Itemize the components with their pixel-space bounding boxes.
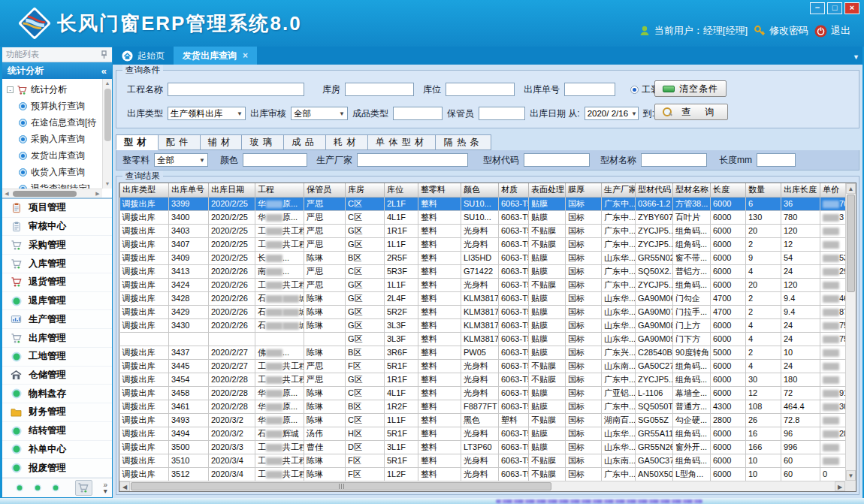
tree-item-预算执行查询[interactable]: 预算执行查询 [7,98,101,114]
table-row[interactable]: 调拨出库34302020/2/26石城陈琳G区3L3F整料KLM38176063… [120,318,846,332]
sidebar-item-报废管理[interactable]: 报废管理 [2,459,112,478]
column-header-表面处理[interactable]: 表面处理 [529,183,566,197]
column-header-型材名称[interactable]: 型材名称 [673,183,711,197]
table-row[interactable]: 调拨出库35122020/3/4工共工程陈琳F区1L2F整料光身料6063-T5… [120,467,846,481]
column-header-出库长度[interactable]: 出库长度 [781,183,820,197]
material-tab-耗材[interactable]: 耗材 [326,134,368,150]
scrollbar-thumb[interactable] [131,482,551,490]
tab-shipment-outbound-query[interactable]: 发货出库查询 × [174,47,257,65]
product-type-input[interactable] [393,107,443,120]
table-row[interactable]: 调拨出库34092020/2/25长...陈琳B区2R5F整料LI35HD606… [120,251,846,264]
sidebar-item-审核中心[interactable]: 审核中心 [2,218,112,237]
scroll-up-icon[interactable]: ▲ [846,183,856,194]
scrollbar-thumb[interactable] [13,191,77,197]
table-row[interactable]: 调拨出库34542020/2/28工共工程严思G区1R1F整料光身料6063-T… [120,373,846,386]
pin-icon[interactable] [100,50,108,59]
close-button[interactable]: × [844,2,859,14]
column-header-工程[interactable]: 工程 [255,183,304,197]
sidebar-item-仓储管理[interactable]: 仓储管理 [2,367,112,385]
sidebar-item-出库管理[interactable]: 出库管理 [2,329,112,348]
clear-conditions-button[interactable]: 清空条件 [654,80,727,97]
project-name-input[interactable] [168,83,304,96]
change-password-button[interactable]: 修改密码 [754,24,808,38]
table-row[interactable]: 调拨出库34132020/2/26南...严思C区5R3F整料G71422606… [120,264,846,278]
scroll-left-icon[interactable]: ◀ [119,481,130,491]
warehouse-input[interactable] [345,83,414,96]
sidebar-item-项目管理[interactable]: 项目管理 [2,199,112,218]
scroll-down-icon[interactable]: ▼ [103,180,112,189]
length-input[interactable] [757,153,796,167]
maker-input[interactable] [357,153,468,167]
tree-horizontal-scrollbar[interactable]: ◀ ▶ [2,189,102,198]
column-header-数量[interactable]: 数量 [746,183,781,197]
column-header-型材代码[interactable]: 型材代码 [636,183,673,197]
sidebar-item-补单中心[interactable]: 补单中心 [2,441,112,460]
scroll-up-icon[interactable]: ▲ [103,79,112,88]
sidebar-item-物料盘存[interactable]: 物料盘存 [2,385,112,403]
location-input[interactable] [446,83,515,96]
sidebar-item-财务管理[interactable]: 财务管理 [2,403,112,422]
material-tab-辅材[interactable]: 辅材 [201,134,243,150]
column-header-长度[interactable]: 长度 [711,183,746,197]
maximize-button[interactable]: □ [827,2,842,14]
table-row[interactable]: 调拨出库34292020/2/26石城陈琳G区5R2F整料KLM38176063… [120,305,846,318]
profile-code-input[interactable] [524,153,590,167]
color-input[interactable] [243,153,307,167]
scroll-down-icon[interactable]: ▼ [846,470,856,481]
order-no-input[interactable] [564,83,615,96]
column-header-库位[interactable]: 库位 [385,183,418,197]
sidebar-item-入库管理[interactable]: 入库管理 [2,255,112,273]
table-row[interactable]: 调拨出库34072020/2/25工共工程严思G区1L1F整料光身料6063-T… [120,237,846,251]
column-header-出库日期[interactable]: 出库日期 [209,183,255,197]
material-tab-单体型材[interactable]: 单体型材 [368,134,437,150]
table-row[interactable]: 调拨出库35102020/3/4工共工程陈琳F区5R1F整料光身料6063-T5… [120,454,846,467]
table-row[interactable]: 调拨出库34942020/3/2石辉城汤伟H区5R1F整料光身料6063-T5贴… [120,427,846,440]
sidebar-item-退库管理[interactable]: 退库管理 [2,292,112,311]
table-row[interactable]: 调拨出库34002020/2/25华原...严思C区4L1F整料SU10...6… [120,210,846,224]
collapse-icon[interactable]: « [101,65,107,77]
sidebar-item-生产管理[interactable]: 生产管理 [2,310,112,329]
column-header-单价[interactable]: 单价 [820,183,846,197]
column-header-整零料[interactable]: 整零料 [418,183,461,197]
material-tab-隔热条[interactable]: 隔热条 [436,134,491,150]
tab-home[interactable]: 起始页 [113,47,174,65]
table-row[interactable]: 调拨出库34612020/2/28华原...陈琳B区1R2F整料F8877FT6… [120,400,846,413]
circle-icon[interactable] [16,483,23,493]
material-tab-型材[interactable]: 型材 [116,134,159,150]
cart-button[interactable] [75,480,93,496]
tab-overflow-icon[interactable]: ▼ [853,53,859,61]
keeper-input[interactable] [479,107,525,120]
tab-close-icon[interactable]: × [243,50,248,61]
out-type-select[interactable]: 生产领料出库▼ [168,107,246,120]
table-row[interactable]: 调拨出库34032020/2/25工共工程严思G区1R1F整料光身料6063-T… [120,224,846,237]
table-row[interactable]: G区3L3F整料KLM38176063-T5贴膜国标山东华...GA90M09.… [120,332,846,346]
search-button[interactable]: 查 询 [654,104,728,120]
material-tab-玻璃[interactable]: 玻璃 [242,134,284,150]
sidebar-section-header[interactable]: 统计分析 « [2,62,112,79]
profile-name-input[interactable] [641,153,707,167]
table-row[interactable]: 调拨出库34582020/2/28华原...陈琳C区4L1F整料光身料6063-… [120,386,846,400]
sidebar-item-退货管理[interactable]: 退货管理 [2,273,112,292]
tree-item-发货出库查询[interactable]: 发货出库查询 [7,147,101,164]
logout-button[interactable]: 退出 [814,24,850,38]
tree-expander-icon[interactable]: - [7,86,14,93]
audit-select[interactable]: 全部▼ [291,107,348,120]
scroll-left-icon[interactable]: ◀ [2,189,11,198]
table-row[interactable]: 调拨出库34282020/2/26石城陈琳G区2L4F整料KLM38176063… [120,291,846,305]
column-header-出库单号[interactable]: 出库单号 [169,183,209,197]
column-header-保管员[interactable]: 保管员 [304,183,346,197]
column-header-出库类型[interactable]: 出库类型 [120,183,169,197]
tree-item-收货入库查询[interactable]: 收货入库查询 [7,164,101,180]
column-header-库房[interactable]: 库房 [346,183,385,197]
scroll-right-icon[interactable]: ▶ [835,481,845,491]
material-tab-配件[interactable]: 配件 [159,134,201,150]
sidebar-item-采购管理[interactable]: 采购管理 [2,236,112,255]
tree-item-采购入库查询[interactable]: 采购入库查询 [7,131,101,147]
zhenglingliao-select[interactable]: 全部▼ [154,153,208,167]
table-row[interactable]: 调拨出库35002020/3/3工共工程曹佳D区3L1F整料LT3P606063… [120,440,846,454]
table-row[interactable]: 调拨出库33992020/2/25华原...严思C区2L1F整料SU10...6… [120,197,846,210]
overflow-chevron[interactable]: »▾ [103,482,107,494]
scroll-right-icon[interactable]: ▶ [93,189,102,198]
table-row[interactable]: 调拨出库34242020/2/26工共工程严思G区1L1F整料光身料6063-T… [120,278,846,291]
date-from-select[interactable]: 2020/ 2/16▼ [585,107,639,120]
